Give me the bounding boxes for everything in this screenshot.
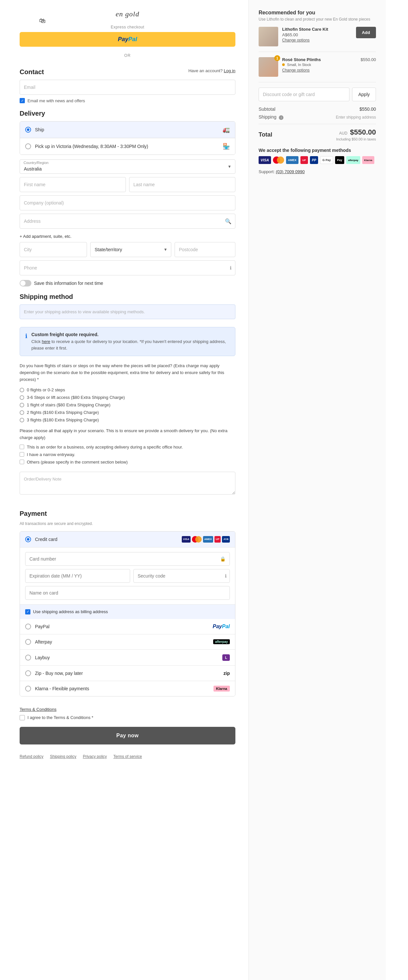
email-input[interactable]: [20, 80, 235, 95]
paypal-express-button[interactable]: PayPal: [20, 32, 235, 47]
company-group: [20, 195, 235, 210]
cc-cvv-input[interactable]: [133, 569, 230, 583]
stairs-option-1[interactable]: 3-6 Steps or lift access ($80 Extra Ship…: [20, 395, 235, 400]
subtotal-row: Subtotal $550.00: [258, 107, 376, 112]
phone-group: ℹ: [20, 260, 235, 275]
terms-agree-label: I agree to the Terms & Conditions *: [27, 715, 93, 720]
stairs-question: Do you have flights of stairs or steps o…: [20, 363, 235, 383]
payment-title: Payment: [20, 510, 235, 517]
billing-checkbox[interactable]: [25, 609, 30, 614]
store-icon: 🏪: [223, 143, 230, 150]
zip-radio: [25, 670, 31, 676]
terms-agree-row[interactable]: I agree to the Terms & Conditions *: [20, 715, 235, 720]
subtotal-label: Subtotal: [258, 107, 275, 112]
pickup-option[interactable]: Pick up in Victoria (Wednesday, 8:30AM -…: [20, 138, 235, 154]
sidebar-visa-icon: VISA: [258, 156, 271, 164]
payment-credit-card[interactable]: Credit card VISA AMEX UP JCB: [20, 531, 235, 547]
add-apartment-link[interactable]: + Add apartment, suite, etc.: [20, 234, 72, 239]
phone-input[interactable]: [20, 260, 235, 275]
payment-paypal[interactable]: PayPal PayPal: [20, 619, 235, 635]
support-phone-link[interactable]: (03) 7009 0990: [276, 169, 305, 174]
scenario-option-1[interactable]: I have a narrow entryway.: [20, 452, 235, 457]
state-select-wrapper: State/territory ▼: [90, 242, 171, 257]
payment-methods-box: Credit card VISA AMEX UP JCB: [20, 531, 235, 697]
in-stock-badge: Small, In Stock: [282, 63, 357, 67]
laybuy-radio: [25, 655, 31, 660]
cc-expiry-input[interactable]: [25, 569, 130, 583]
address-input[interactable]: [20, 214, 235, 229]
postcode-input[interactable]: [175, 242, 235, 257]
privacy-policy-link[interactable]: Privacy policy: [83, 754, 107, 759]
company-input[interactable]: [20, 195, 235, 210]
stairs-option-0[interactable]: 0 flights or 0-2 steps: [20, 387, 235, 392]
email-news-checkbox[interactable]: [20, 98, 25, 103]
jcb-icon: JCB: [222, 536, 230, 542]
payment-zip[interactable]: Zip - Buy now, pay later zip: [20, 666, 235, 681]
bag-icon[interactable]: 🛍: [39, 17, 46, 24]
contact-title: Contact: [20, 68, 44, 76]
payment-afterpay[interactable]: Afterpay afterpay: [20, 635, 235, 650]
login-link[interactable]: Log in: [224, 68, 235, 73]
afterpay-logo-icon: afterpay: [213, 639, 230, 644]
terms-checkbox[interactable]: [20, 715, 25, 720]
city-input[interactable]: [20, 242, 87, 257]
stairs-option-4[interactable]: 3 flights ($180 Extra Shipping Charge): [20, 417, 235, 422]
shipping-method-group: [20, 304, 235, 324]
zip-left: Zip - Buy now, pay later: [25, 670, 83, 676]
payment-section: Payment All transactions are secure and …: [20, 510, 235, 697]
add-product-button-1[interactable]: Add: [356, 27, 376, 38]
first-name-input[interactable]: [20, 177, 126, 192]
freight-desc: Click here to receive a quote for delive…: [31, 339, 230, 351]
paypal-radio: [25, 624, 31, 630]
paypal-logo: PayPal: [118, 36, 137, 43]
freight-info-box: ℹ Custom freight quote required. Click h…: [20, 327, 235, 356]
terms-of-service-link[interactable]: Terms of service: [113, 754, 142, 759]
scenario-check-2: [20, 460, 24, 464]
payment-klarna[interactable]: Klarna - Flexible payments Klarna: [20, 681, 235, 696]
ship-icon: 🚛: [223, 126, 230, 133]
shipping-info-icon[interactable]: i: [279, 115, 284, 120]
state-select[interactable]: State/territory: [90, 242, 171, 257]
scenario-option-0[interactable]: This is an order for a business, only ac…: [20, 445, 235, 450]
email-news-label[interactable]: Email me with news and offers: [20, 98, 235, 103]
product-badge-2: 1: [274, 55, 280, 61]
total-note: Including $50.00 in taxes: [336, 137, 376, 141]
country-select[interactable]: Australia: [20, 159, 235, 174]
payment-laybuy[interactable]: Laybuy L: [20, 650, 235, 666]
product-change-options-1[interactable]: Change options: [282, 38, 309, 43]
stairs-option-3[interactable]: 2 flights ($160 Extra Shipping Charge): [20, 410, 235, 415]
stairs-label-2: 1 flight of stairs ($80 Extra Shipping C…: [27, 402, 110, 407]
ship-option[interactable]: Ship 🚛: [20, 121, 235, 138]
cc-name-input[interactable]: [25, 586, 230, 600]
discount-input[interactable]: [258, 88, 349, 101]
ship-label: Ship: [35, 127, 219, 132]
paypal-logo-icon: PayPal: [213, 624, 230, 630]
cc-number-input[interactable]: [29, 556, 220, 562]
save-info-toggle[interactable]: [20, 280, 31, 286]
shipping-method-input: [20, 304, 235, 319]
total-currency: AUD: [339, 131, 347, 135]
last-name-input[interactable]: [129, 177, 235, 192]
freight-link[interactable]: here: [42, 339, 50, 344]
unionpay-icon: UP: [214, 536, 221, 542]
address-group: 🔍: [20, 214, 235, 229]
ship-radio-inner: [27, 128, 29, 131]
total-right: AUD $550.00 Including $50.00 in taxes: [336, 128, 376, 141]
terms-link[interactable]: Terms & Conditions: [20, 707, 57, 712]
stairs-option-2[interactable]: 1 flight of stairs ($80 Extra Shipping C…: [20, 402, 235, 407]
apply-discount-button[interactable]: Apply: [352, 88, 376, 101]
postcode-group: [175, 242, 235, 257]
credit-card-radio-inner: [27, 538, 29, 541]
scenario-option-2[interactable]: Others (please specify in the comment se…: [20, 460, 235, 465]
refund-policy-link[interactable]: Refund policy: [20, 754, 43, 759]
product-change-options-2[interactable]: Change options: [282, 68, 309, 73]
first-name-group: [20, 177, 126, 192]
pay-now-button[interactable]: Pay now: [20, 727, 235, 745]
shipping-policy-link[interactable]: Shipping policy: [50, 754, 76, 759]
lock-icon: 🔒: [220, 556, 226, 562]
order-note-textarea[interactable]: [20, 472, 235, 495]
billing-checkbox-row[interactable]: Use shipping address as billing address: [20, 605, 235, 619]
or-divider: OR: [20, 53, 235, 58]
stairs-radio-0: [20, 388, 24, 392]
state-group: State/territory ▼: [90, 242, 171, 257]
